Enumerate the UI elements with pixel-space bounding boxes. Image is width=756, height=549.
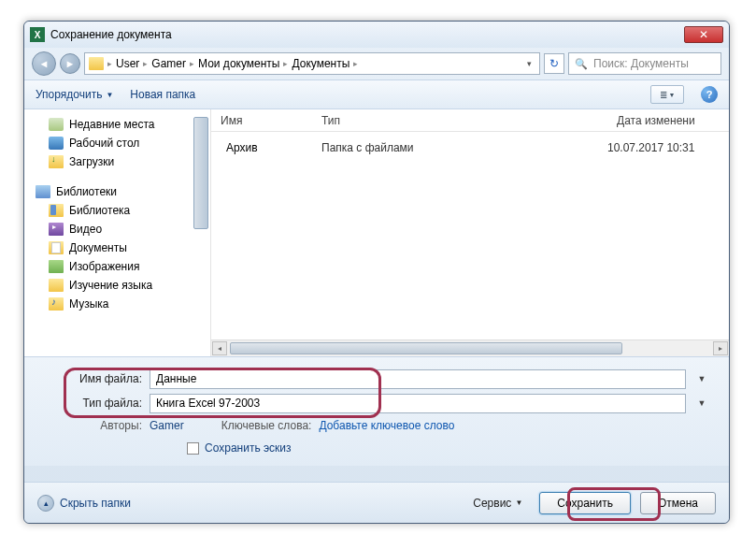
breadcrumb[interactable]: User▸ bbox=[116, 57, 148, 70]
cancel-button[interactable]: Отмена bbox=[640, 492, 716, 514]
keywords-label: Ключевые слова: bbox=[221, 419, 312, 432]
sidebar-item-video[interactable]: Видео bbox=[28, 220, 207, 238]
thumbnail-checkbox[interactable] bbox=[187, 442, 199, 455]
close-button[interactable]: ✕ bbox=[684, 26, 723, 43]
hide-folders-button[interactable]: ▴ Скрыть папки bbox=[37, 495, 131, 512]
filename-row: Имя файла: Данные ▼ bbox=[43, 367, 710, 391]
sidebar-item-lang[interactable]: Изучение языка bbox=[28, 276, 207, 295]
filetype-label: Тип файла: bbox=[43, 397, 142, 410]
file-type: Папка с файлами bbox=[312, 141, 607, 154]
help-button[interactable]: ? bbox=[701, 86, 718, 103]
downloads-icon bbox=[49, 155, 64, 168]
sidebar-item-documents[interactable]: Документы bbox=[28, 238, 207, 257]
search-icon: 🔍 bbox=[575, 58, 588, 70]
sidebar: Недавние местаРабочий столЗагрузкиБиблио… bbox=[24, 109, 211, 356]
save-dialog-window: X Сохранение документа ✕ ◄ ► ▸ User▸ Gam… bbox=[23, 21, 730, 524]
column-name[interactable]: Имя bbox=[211, 114, 312, 127]
sidebar-item-label: Рабочий стол bbox=[69, 137, 139, 150]
sidebar-item-pictures[interactable]: Изображения bbox=[28, 257, 207, 276]
breadcrumb[interactable]: Gamer▸ bbox=[151, 57, 194, 70]
search-input[interactable]: 🔍 Поиск: Документы bbox=[568, 52, 721, 75]
titlebar: X Сохранение документа ✕ bbox=[24, 22, 729, 48]
address-dropdown-icon[interactable]: ▾ bbox=[523, 59, 535, 68]
authors-label: Авторы: bbox=[43, 419, 142, 432]
sidebar-scrollbar[interactable] bbox=[193, 117, 208, 229]
navbar: ◄ ► ▸ User▸ Gamer▸ Мои документы▸ Докуме… bbox=[24, 48, 729, 79]
column-type[interactable]: Тип bbox=[312, 114, 607, 127]
libraries-icon bbox=[36, 185, 50, 198]
sidebar-item-label: Музыка bbox=[69, 297, 108, 311]
filetype-dropdown-icon[interactable]: ▼ bbox=[693, 398, 710, 408]
sidebar-item-downloads[interactable]: Загрузки bbox=[28, 152, 207, 171]
pictures-icon bbox=[49, 260, 64, 273]
sidebar-item-label: Видео bbox=[69, 223, 102, 236]
keywords-value[interactable]: Добавьте ключевое слово bbox=[319, 419, 454, 432]
save-button[interactable]: Сохранить bbox=[539, 492, 631, 514]
horizontal-scrollbar[interactable]: ◂ ▸ bbox=[211, 340, 729, 356]
refresh-button[interactable]: ↻ bbox=[544, 53, 564, 74]
file-list[interactable]: АрхивПапка с файлами10.07.2017 10:31 bbox=[211, 132, 729, 340]
sidebar-item-label: Изучение языка bbox=[69, 279, 152, 292]
file-name: Архив bbox=[226, 141, 258, 154]
file-date: 10.07.2017 10:31 bbox=[607, 141, 729, 154]
video-icon bbox=[49, 223, 64, 236]
library-icon bbox=[49, 204, 64, 217]
excel-icon: X bbox=[30, 27, 45, 42]
authors-value[interactable]: Gamer bbox=[150, 419, 184, 432]
filename-input[interactable]: Данные bbox=[150, 369, 686, 389]
footer: ▴ Скрыть папки Сервис▼ Сохранить Отмена bbox=[24, 482, 729, 523]
file-area: Имя Тип Дата изменени АрхивПапка с файла… bbox=[211, 109, 729, 356]
window-title: Сохранение документа bbox=[50, 28, 684, 41]
sidebar-item-label: Изображения bbox=[69, 260, 139, 273]
sidebar-item-label: Библиотеки bbox=[56, 185, 117, 198]
recent-icon bbox=[49, 118, 64, 131]
meta-row: Авторы: Gamer Ключевые слова: Добавьте к… bbox=[43, 415, 710, 441]
scroll-left-icon[interactable]: ◂ bbox=[212, 341, 227, 355]
new-folder-button[interactable]: Новая папка bbox=[130, 88, 195, 101]
filetype-input[interactable]: Книга Excel 97-2003 bbox=[150, 394, 686, 413]
form-area: Имя файла: Данные ▼ Тип файла: Книга Exc… bbox=[24, 357, 729, 466]
sidebar-item-library[interactable]: Библиотека bbox=[28, 201, 207, 220]
dialog-body: Недавние местаРабочий столЗагрузкиБиблио… bbox=[24, 109, 729, 357]
tools-button[interactable]: Сервис▼ bbox=[473, 497, 522, 510]
filename-dropdown-icon[interactable]: ▼ bbox=[693, 374, 710, 383]
chevron-down-icon: ▼ bbox=[515, 498, 522, 507]
column-date[interactable]: Дата изменени bbox=[607, 114, 729, 127]
scrollbar-thumb[interactable] bbox=[230, 342, 622, 354]
filetype-row: Тип файла: Книга Excel 97-2003 ▼ bbox=[43, 391, 710, 415]
search-placeholder: Поиск: Документы bbox=[593, 57, 689, 70]
nav-forward-button[interactable]: ► bbox=[60, 53, 80, 74]
chevron-right-icon: ▸ bbox=[107, 59, 112, 68]
thumbnail-label: Сохранить эскиз bbox=[205, 441, 292, 455]
sidebar-item-label: Библиотека bbox=[69, 204, 130, 217]
sidebar-item-libraries[interactable]: Библиотеки bbox=[28, 182, 207, 201]
folder-icon bbox=[89, 57, 104, 70]
sidebar-item-music[interactable]: Музыка bbox=[28, 295, 207, 313]
documents-icon bbox=[49, 241, 64, 254]
sidebar-item-label: Недавние места bbox=[69, 118, 154, 131]
thumbnail-row: Сохранить эскиз bbox=[43, 441, 710, 455]
sidebar-item-label: Документы bbox=[69, 241, 127, 254]
filename-label: Имя файла: bbox=[43, 372, 142, 385]
desktop-icon bbox=[49, 137, 64, 150]
sidebar-item-label: Загрузки bbox=[69, 155, 114, 168]
nav-back-button[interactable]: ◄ bbox=[32, 51, 56, 76]
chevron-down-icon: ▼ bbox=[106, 91, 113, 99]
organize-button[interactable]: Упорядочить▼ bbox=[36, 88, 113, 101]
sidebar-item-desktop[interactable]: Рабочий стол bbox=[28, 134, 207, 152]
scroll-right-icon[interactable]: ▸ bbox=[713, 341, 728, 355]
address-bar[interactable]: ▸ User▸ Gamer▸ Мои документы▸ Документы▸… bbox=[84, 52, 540, 75]
file-row[interactable]: АрхивПапка с файлами10.07.2017 10:31 bbox=[211, 137, 729, 158]
file-list-header: Имя Тип Дата изменени bbox=[211, 109, 729, 132]
music-icon bbox=[49, 297, 64, 311]
sidebar-item-recent[interactable]: Недавние места bbox=[28, 115, 207, 134]
view-mode-button[interactable]: ≣ ▼ bbox=[650, 85, 684, 104]
chevron-up-icon: ▴ bbox=[37, 495, 54, 512]
toolbar: Упорядочить▼ Новая папка ≣ ▼ ? bbox=[24, 79, 729, 109]
breadcrumb[interactable]: Мои документы▸ bbox=[198, 57, 288, 70]
breadcrumb[interactable]: Документы▸ bbox=[292, 57, 358, 70]
lang-icon bbox=[49, 279, 64, 292]
